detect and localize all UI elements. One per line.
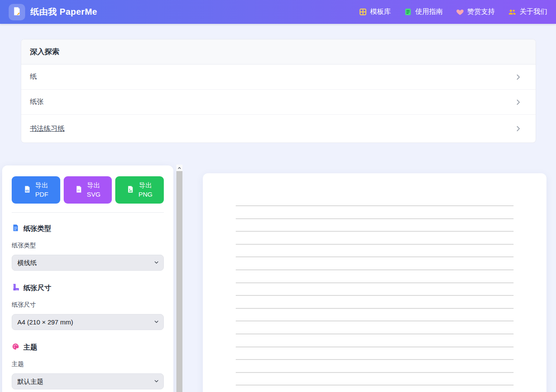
nav-item-support[interactable]: 赞赏支持 — [456, 7, 495, 16]
paper-type-icon — [12, 224, 20, 233]
explore-card: 深入探索 纸 纸张 书法练习纸 — [21, 39, 536, 143]
nav-label: 关于我们 — [520, 7, 547, 16]
ruled-line — [236, 231, 514, 232]
settings-panel: PDF 导出 PDF <> 导出 SVG — [2, 165, 173, 392]
file-pdf-icon: PDF — [23, 185, 31, 194]
explore-card-title: 深入探索 — [21, 39, 536, 65]
section-title-label: 纸张尺寸 — [23, 284, 51, 293]
panel-scrollbar[interactable] — [176, 165, 182, 392]
paper-type-select[interactable]: 横线纸 — [12, 255, 164, 271]
ruler-icon — [12, 283, 20, 293]
header-nav: 模板库 使用指南 赞赏支持 — [359, 7, 547, 16]
theme-field-label: 主题 — [12, 360, 164, 368]
explore-item-label: 纸 — [30, 72, 37, 81]
users-icon — [508, 8, 517, 16]
grid-icon — [359, 8, 367, 16]
paper-size-field-label: 纸张尺寸 — [12, 301, 164, 309]
section-paper-type: 纸张类型 — [12, 224, 164, 233]
nav-item-guide[interactable]: 使用指南 — [404, 7, 443, 16]
file-svg-icon: <> — [75, 185, 83, 194]
book-icon — [404, 8, 412, 16]
paper-size-select[interactable]: A4 (210 × 297 mm) — [12, 314, 164, 330]
section-title-label: 主题 — [23, 343, 37, 352]
ruled-line — [236, 218, 514, 219]
export-label-format: PDF — [35, 190, 48, 199]
file-png-icon — [127, 185, 134, 194]
ruled-line — [236, 347, 514, 347]
app-title: 纸由我 PaperMe — [30, 6, 97, 18]
paper-logo-icon — [12, 6, 22, 18]
ruled-line — [236, 334, 514, 334]
chevron-right-icon — [514, 73, 523, 81]
ruled-line — [236, 308, 514, 309]
chevron-right-icon — [514, 98, 523, 107]
export-label-format: PNG — [138, 190, 153, 199]
nav-item-about[interactable]: 关于我们 — [508, 7, 547, 16]
ruled-line — [236, 385, 514, 386]
paper-preview-card — [203, 173, 546, 392]
explore-item-label: 纸张 — [30, 97, 44, 107]
export-label-top: 导出 — [87, 181, 100, 190]
explore-item-paper[interactable]: 纸 — [21, 65, 536, 90]
ruled-line — [236, 244, 514, 245]
explore-item-label: 书法练习纸 — [30, 124, 65, 133]
section-paper-size: 纸张尺寸 — [12, 283, 164, 293]
nav-label: 模板库 — [370, 7, 391, 16]
ruled-line — [236, 295, 514, 296]
export-label-top: 导出 — [139, 181, 152, 190]
export-svg-button[interactable]: <> 导出 SVG — [64, 176, 112, 204]
ruled-line — [236, 205, 514, 206]
ruled-line — [236, 321, 514, 321]
chevron-right-icon — [514, 124, 523, 133]
svg-text:<>: <> — [77, 189, 80, 191]
nav-label: 使用指南 — [415, 7, 443, 16]
explore-item-paper-sheet[interactable]: 纸张 — [21, 90, 536, 115]
export-pdf-button[interactable]: PDF 导出 PDF — [12, 176, 60, 204]
heart-icon — [456, 8, 464, 16]
nav-item-templates[interactable]: 模板库 — [359, 7, 391, 16]
app-logo — [9, 4, 25, 20]
ruled-line — [236, 359, 514, 360]
export-label-format: SVG — [87, 190, 101, 199]
paper-type-field-label: 纸张类型 — [12, 242, 164, 249]
export-button-row: PDF 导出 PDF <> 导出 SVG — [12, 176, 164, 204]
scrollbar-up-arrow-icon[interactable] — [176, 165, 182, 171]
export-label-top: 导出 — [35, 181, 48, 190]
divider — [12, 212, 164, 213]
section-theme: 主题 — [12, 343, 164, 352]
ruled-line — [236, 372, 514, 373]
export-png-button[interactable]: 导出 PNG — [115, 176, 164, 204]
section-title-label: 纸张类型 — [23, 224, 51, 233]
nav-label: 赞赏支持 — [467, 7, 495, 16]
svg-text:PDF: PDF — [26, 190, 29, 192]
palette-icon — [12, 343, 20, 352]
app-header: 纸由我 PaperMe 模板库 使用指南 — [0, 0, 556, 24]
ruled-line — [236, 256, 514, 257]
scrollbar-thumb[interactable] — [176, 171, 182, 392]
ruled-line — [236, 282, 514, 283]
ruled-line — [236, 269, 514, 270]
paper-lines — [236, 205, 514, 386]
theme-select[interactable]: 默认主题 — [12, 373, 164, 389]
explore-item-calligraphy[interactable]: 书法练习纸 — [21, 115, 536, 143]
